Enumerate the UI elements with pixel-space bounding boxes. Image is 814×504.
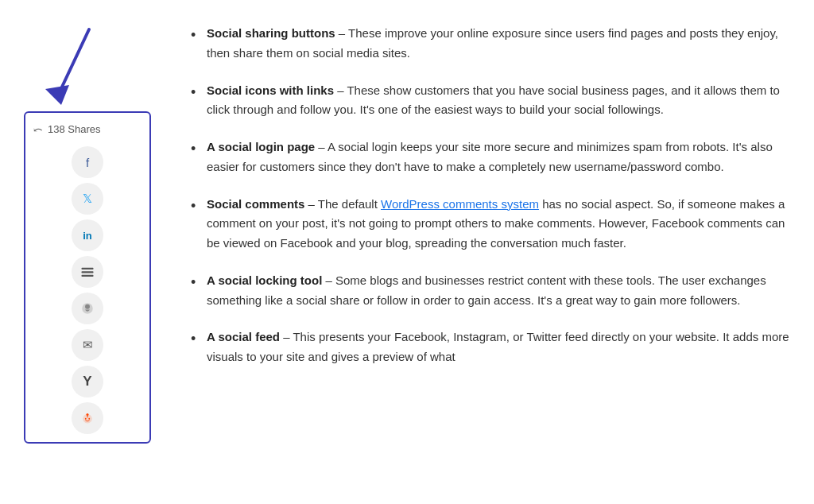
twitter-share-button[interactable]: 𝕏	[72, 183, 103, 215]
bold-term: A social feed	[207, 330, 280, 343]
list-item: A social login page – A social login kee…	[191, 138, 790, 177]
share-widget: ⤺ 138 Shares f 𝕏 in	[24, 111, 151, 444]
share-count: 138 Shares	[48, 122, 101, 138]
buffer-share-button[interactable]	[72, 256, 103, 288]
list-item: A social feed – This presents your Faceb…	[191, 328, 790, 367]
sidebar: ⤺ 138 Shares f 𝕏 in	[24, 16, 167, 444]
list-item: A social locking tool – Some blogs and b…	[191, 271, 790, 311]
bold-term: A social login page	[207, 140, 315, 153]
list-item-text: Social comments – The default WordPress …	[207, 195, 790, 254]
email-share-button[interactable]: ✉	[72, 329, 103, 361]
yummly-share-button[interactable]	[72, 293, 103, 324]
bold-term: Social sharing buttons	[207, 26, 335, 40]
list-item: Social comments – The default WordPress …	[191, 195, 790, 254]
share-count-row: ⤺ 138 Shares	[25, 121, 149, 138]
content-list: Social sharing buttons – These improve y…	[191, 24, 790, 367]
svg-rect-4	[82, 275, 94, 277]
main-content: Social sharing buttons – These improve y…	[191, 16, 790, 444]
svg-marker-1	[45, 85, 69, 105]
svg-point-6	[85, 304, 90, 309]
bold-term: A social locking tool	[207, 273, 322, 287]
list-item-text: Social sharing buttons – These improve y…	[207, 24, 790, 64]
wordpress-comments-link[interactable]: WordPress comments system	[381, 197, 539, 211]
bold-term: Social icons with links	[207, 83, 334, 97]
list-item-text: A social locking tool – Some blogs and b…	[207, 271, 790, 311]
linkedin-share-button[interactable]: in	[72, 219, 103, 251]
reddit-share-button[interactable]	[72, 402, 103, 434]
svg-point-10	[87, 413, 89, 416]
bold-term: Social comments	[207, 197, 304, 211]
list-item: Social sharing buttons – These improve y…	[191, 24, 790, 64]
list-item-text: A social login page – A social login kee…	[207, 138, 790, 177]
svg-rect-2	[82, 268, 94, 269]
list-item-text: A social feed – This presents your Faceb…	[207, 328, 790, 367]
arrow-container	[41, 25, 105, 105]
list-item-text: Social icons with links – These show cus…	[207, 81, 790, 121]
svg-point-9	[88, 418, 90, 420]
arrow-icon	[41, 25, 105, 105]
svg-point-8	[85, 418, 87, 420]
facebook-share-button[interactable]: f	[72, 146, 103, 178]
list-item: Social icons with links – These show cus…	[191, 81, 790, 121]
share-symbol-icon: ⤺	[33, 121, 43, 138]
yotpo-share-button[interactable]: Y	[72, 366, 103, 397]
page-container: ⤺ 138 Shares f 𝕏 in	[0, 0, 814, 459]
social-buttons: f 𝕏 in ✉	[25, 146, 149, 434]
svg-rect-3	[82, 272, 94, 273]
